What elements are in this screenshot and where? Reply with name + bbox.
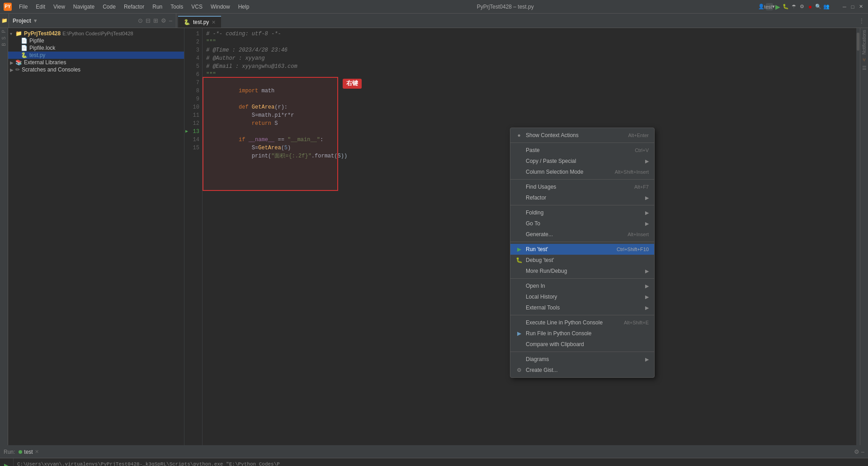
- line-num-8: 8: [184, 87, 202, 95]
- run-minimize-icon[interactable]: –: [861, 448, 864, 455]
- project-sidebar-tab[interactable]: P: [1, 30, 6, 33]
- settings-icon[interactable]: ⚙: [161, 17, 166, 24]
- bookmarks-sidebar-tab[interactable]: B: [1, 43, 6, 46]
- code-line-12: [206, 119, 853, 128]
- ctx-arrow-icon: ▶: [645, 221, 649, 227]
- ctx-external-tools[interactable]: External Tools ▶: [510, 302, 654, 313]
- tree-item-scratches[interactable]: ▶ ✏ Scratches and Consoles: [8, 66, 184, 73]
- structure-sidebar-tab[interactable]: S: [1, 37, 6, 40]
- ctx-label: Execute Line in Python Console: [526, 319, 603, 326]
- project-panel-dropdown[interactable]: ▾: [34, 17, 37, 24]
- ctx-item-left: Generate...: [516, 231, 553, 238]
- ctx-copy-paste-special[interactable]: Copy / Paste Special ▶: [510, 156, 654, 166]
- menu-refactor[interactable]: Refactor: [120, 3, 148, 11]
- run-settings-icon[interactable]: ⚙: [854, 448, 859, 455]
- ctx-folding[interactable]: Folding ▶: [510, 207, 654, 218]
- hide-icon[interactable]: –: [169, 17, 172, 24]
- ctx-label: More Run/Debug: [526, 268, 567, 274]
- maximize-button[interactable]: □: [849, 3, 856, 10]
- notifications-label[interactable]: Notifications: [862, 30, 867, 54]
- expand-all-icon[interactable]: ⊞: [153, 17, 158, 24]
- ctx-generate[interactable]: Generate... Alt+Insert: [510, 229, 654, 240]
- ctx-column-selection[interactable]: Column Selection Mode Alt+Shift+Insert: [510, 166, 654, 177]
- tab-close-button[interactable]: ✕: [212, 19, 216, 25]
- ctx-run-test[interactable]: ▶ Run 'test' Ctrl+Shift+F10: [510, 244, 654, 255]
- ctx-arrow-icon: ▶: [645, 158, 649, 164]
- tab-test-py[interactable]: 🐍 test.py ✕: [178, 16, 221, 28]
- run-config-selector[interactable]: test ▾: [766, 3, 773, 10]
- ctx-refactor[interactable]: Refactor ▶: [510, 192, 654, 203]
- ctx-arrow-icon: ▶: [645, 357, 649, 362]
- menu-tools[interactable]: Tools: [167, 3, 187, 11]
- tab-more-button[interactable]: ⋮: [855, 14, 868, 28]
- debug-button[interactable]: 🐛: [782, 3, 789, 10]
- ctx-arrow-icon: ▶: [645, 283, 649, 289]
- menu-help[interactable]: Help: [235, 3, 253, 11]
- editor-tabs-bar: 🐍 test.py ✕: [176, 14, 855, 28]
- menu-edit[interactable]: Edit: [32, 3, 49, 11]
- minimize-button[interactable]: ─: [841, 3, 848, 10]
- ctx-arrow-icon: ▶: [645, 210, 649, 216]
- ctx-debug-test[interactable]: 🐛 Debug 'test': [510, 255, 654, 266]
- menu-window[interactable]: Window: [207, 3, 234, 11]
- ctx-sep-3: [510, 205, 654, 205]
- ctx-show-context-actions[interactable]: ● Show Context Actions Alt+Enter: [510, 130, 654, 141]
- close-button[interactable]: ✕: [857, 3, 864, 10]
- tree-root[interactable]: ▾ 📁 PyPrjTest0428 E:\Python Codes\PyPrjT…: [8, 30, 184, 37]
- tree-item-pipfilelock[interactable]: 📄 Pipfile.lock: [8, 44, 184, 52]
- run-left-buttons: ▶ ↺ ■ ⬇ ☰ ⊟: [0, 458, 14, 466]
- ctx-find-usages[interactable]: Find Usages Alt+F7: [510, 181, 654, 192]
- todo-icon[interactable]: ☰: [862, 65, 867, 71]
- tree-item-extlibs[interactable]: ▶ 📚 External Libraries: [8, 59, 184, 66]
- ctx-local-history[interactable]: Local History ▶: [510, 291, 654, 302]
- ctx-shortcut: Alt+Enter: [628, 133, 649, 138]
- menu-navigate[interactable]: Navigate: [70, 3, 98, 11]
- collapse-all-icon[interactable]: ⊟: [146, 17, 151, 24]
- ctx-create-gist[interactable]: ⚙ Create Gist...: [510, 365, 654, 376]
- stop-button[interactable]: ■: [807, 3, 814, 10]
- more-run-button[interactable]: ⚙: [798, 3, 806, 10]
- menu-code[interactable]: Code: [99, 3, 119, 11]
- code-line-1: # -*- coding: utf-8 -*-: [206, 30, 853, 38]
- project-icon[interactable]: 📁: [1, 18, 8, 24]
- ctx-run-file-python-console[interactable]: ▶ Run File in Python Console: [510, 328, 654, 339]
- ctx-paste[interactable]: Paste Ctrl+V: [510, 145, 654, 156]
- locate-icon[interactable]: ⊙: [138, 17, 143, 24]
- run-tab-close[interactable]: ✕: [35, 449, 39, 455]
- menu-view[interactable]: View: [50, 3, 69, 11]
- run-button[interactable]: ▶: [774, 3, 781, 10]
- run-tab-label: Run: test ✕: [4, 449, 39, 455]
- ctx-execute-line[interactable]: Execute Line in Python Console Alt+Shift…: [510, 317, 654, 328]
- menu-file[interactable]: File: [15, 3, 31, 11]
- line-num-14: 14: [184, 136, 202, 144]
- search-everywhere-button[interactable]: 🔍: [815, 3, 822, 10]
- menu-vcs[interactable]: VCS: [188, 3, 206, 11]
- user-button[interactable]: 👥: [823, 3, 830, 10]
- code-line-7: import math: [206, 79, 853, 87]
- ctx-run-icon: ▶: [516, 246, 522, 252]
- ctx-label: Refactor: [526, 195, 546, 201]
- ctx-arrow-icon: ▶: [645, 268, 649, 274]
- run-play-button[interactable]: ▶: [2, 461, 11, 466]
- menu-run[interactable]: Run: [149, 3, 166, 11]
- ctx-open-in[interactable]: Open In ▶: [510, 281, 654, 291]
- scrollbar-thumb[interactable]: [857, 33, 859, 51]
- line-num-1: 1: [184, 30, 202, 38]
- line-num-10: 10: [184, 103, 202, 111]
- ctx-sep-1: [510, 143, 654, 143]
- git-icon[interactable]: ⑂: [863, 57, 866, 62]
- project-panel-title: Project: [13, 18, 31, 24]
- ctx-more-run-debug[interactable]: More Run/Debug ▶: [510, 266, 654, 276]
- file-tree-body: ▾ 📁 PyPrjTest0428 E:\Python Codes\PyPrjT…: [8, 28, 184, 445]
- tree-item-label: Scratches and Consoles: [22, 67, 80, 73]
- run-config-label: test: [24, 449, 33, 455]
- code-line-3: # @Time : 2023/4/28 23:46: [206, 46, 853, 54]
- ctx-goto[interactable]: Go To ▶: [510, 218, 654, 229]
- ctx-compare-clipboard[interactable]: Compare with Clipboard: [510, 339, 654, 350]
- ctx-diagrams[interactable]: Diagrams ▶: [510, 354, 654, 365]
- line-num-5: 5: [184, 62, 202, 71]
- tree-item-pipfile[interactable]: 📄 Pipfile: [8, 37, 184, 44]
- coverage-button[interactable]: ☂: [790, 3, 797, 10]
- editor-scrollbar[interactable]: [856, 28, 860, 445]
- tree-item-testpy[interactable]: 🐍 test.py: [8, 52, 184, 59]
